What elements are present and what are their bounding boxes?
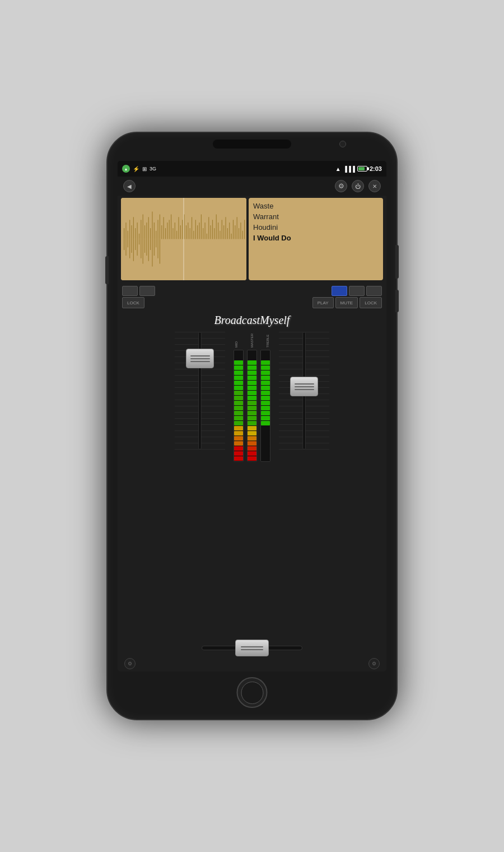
bottom-left-settings-button[interactable]: ⚙ [124,658,136,669]
fader-right-btn-2[interactable] [366,286,382,296]
volume-up-button[interactable] [395,245,399,279]
playlist-item-warrant[interactable]: Warrant [253,212,379,221]
3g-icon: 3G [150,166,156,172]
crossfader-section [118,640,386,656]
battery-icon [357,166,367,172]
vu-meters [234,350,270,462]
vu-label-mid: MID [235,332,238,348]
fader-small-btn-2[interactable] [139,286,155,296]
playlist-item-houdini[interactable]: Houdini [253,223,379,232]
left-fader-line-2 [190,358,210,359]
signal-icon: ▐▐▐ [343,166,355,172]
brand-name: BroadcastMyself [214,314,290,326]
mixer-area: MID MASTER TREBLE [118,329,386,640]
home-button[interactable] [237,677,268,708]
right-fader-line-3 [295,389,314,390]
playlist-item-woulddo[interactable]: I Would Do [253,233,379,243]
right-fader-line-1 [295,383,314,385]
play-button[interactable]: PLAY [312,297,334,308]
android-icon: ▲ [122,165,130,173]
vu-meter-treble [260,350,270,462]
right-fader-handle[interactable] [290,377,318,396]
mute-button[interactable]: MUTE [335,297,358,308]
usb-icon: ⚡ [133,166,139,172]
home-button-inner [241,682,263,704]
left-fader-line-1 [190,355,210,356]
fader-small-btn-1[interactable] [122,286,138,296]
phone-screen: ▲ ⚡ ⊞ 3G ▲ ▐▐▐ 2:03 ◀ ⚙ ⏻ [118,161,386,672]
deck-right-controls [332,286,382,296]
wifi-icon: ▲ [335,166,341,172]
crossfader-line-2 [241,649,263,650]
status-bar: ▲ ⚡ ⊞ 3G ▲ ▐▐▐ 2:03 [118,161,386,177]
power-app-button[interactable]: ⏻ [352,180,364,192]
crossfader-handle[interactable] [235,640,269,656]
settings-button[interactable]: ⚙ [335,180,347,192]
vu-label-master: MASTER [250,332,254,348]
deck-left-controls [122,286,155,296]
waveform-display [121,198,246,280]
playlist-item-waste[interactable]: Waste [253,201,379,211]
panels-row: Waste Warrant Houdini I Would Do [118,196,386,283]
left-fader-area [175,332,225,450]
volume-down-button[interactable] [395,290,399,312]
right-fader-area [279,332,329,450]
power-button[interactable] [105,256,109,284]
back-button[interactable]: ◀ [123,180,136,192]
close-button[interactable]: ✕ [368,180,381,192]
status-right-area: ▲ ▐▐▐ 2:03 [335,165,382,172]
playlist-panel[interactable]: Waste Warrant Houdini I Would Do [249,198,383,280]
lock-right-button[interactable]: LOCK [360,297,382,308]
bottom-right-settings-button[interactable]: ⚙ [368,658,380,669]
vu-labels: MID MASTER TREBLE [230,332,274,348]
crossfader-line-1 [241,646,263,647]
status-left-icons: ▲ ⚡ ⊞ 3G [122,165,156,173]
time-display: 2:03 [370,165,382,172]
app-content: ◀ ⚙ ⏻ ✕ [118,177,386,672]
phone-device: ▲ ⚡ ⊞ 3G ▲ ▐▐▐ 2:03 ◀ ⚙ ⏻ [106,132,398,720]
fader-right-btn-1[interactable] [349,286,365,296]
grid-icon: ⊞ [142,166,147,172]
top-right-controls: ⚙ ⏻ ✕ [335,180,381,192]
vu-meter-master [247,350,257,462]
vu-section-wrapper: MID MASTER TREBLE [225,332,279,462]
battery-fill [358,167,365,170]
vu-label-treble: TREBLE [266,332,269,348]
waveform-panel[interactable] [121,198,246,280]
deck-label-row: LOCK PLAY MUTE LOCK [118,297,386,308]
left-fader-handle[interactable] [186,349,214,368]
brand-area: BroadcastMyself [118,309,386,329]
vu-meter-mid [234,350,244,462]
camera [339,141,346,147]
lock-left-button[interactable]: LOCK [122,297,144,308]
play-indicator-btn[interactable] [332,286,347,296]
deck-controls [118,283,386,297]
right-fader-line-2 [295,386,314,387]
left-fader-line-3 [190,361,210,362]
bottom-corners: ⚙ ⚙ [118,656,386,672]
crossfader-track [202,646,302,650]
top-controls-row: ◀ ⚙ ⏻ ✕ [118,177,386,196]
